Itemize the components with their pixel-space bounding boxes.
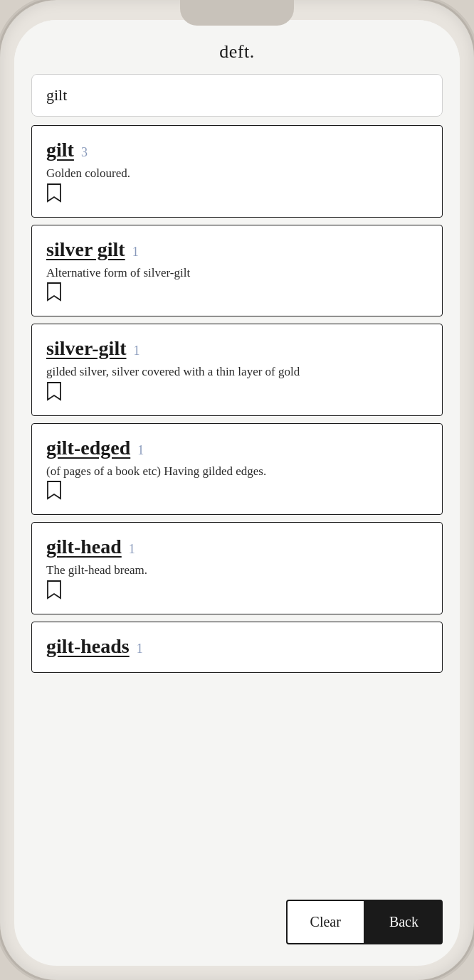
word-title: gilt-head <box>46 536 122 558</box>
word-count: 1 <box>129 542 135 557</box>
word-card[interactable]: gilt-edged 1 (of pages of a book etc) Ha… <box>31 423 443 516</box>
clear-button[interactable]: Clear <box>286 900 365 944</box>
word-definition: Golden coloured. <box>46 164 428 183</box>
back-button[interactable]: Back <box>365 900 443 944</box>
bookmark-icon[interactable] <box>46 282 62 302</box>
word-title: silver-gilt <box>46 337 126 360</box>
word-title: gilt <box>46 139 74 161</box>
app-header: deft. <box>14 20 460 74</box>
word-count: 1 <box>137 443 144 458</box>
results-container: gilt 3 Golden coloured. silver gilt 1 Al… <box>14 125 460 966</box>
word-header: gilt-edged 1 <box>46 437 428 459</box>
bookmark-icon[interactable] <box>46 580 62 600</box>
word-count: 1 <box>133 343 139 358</box>
word-card[interactable]: gilt-heads 1 <box>31 622 443 673</box>
bookmark-icon[interactable] <box>46 480 62 500</box>
search-input[interactable] <box>46 86 428 105</box>
word-header: gilt-head 1 <box>46 536 428 558</box>
word-count: 1 <box>132 245 139 260</box>
word-definition: Alternative form of silver-gilt <box>46 264 428 282</box>
word-count: 3 <box>81 145 88 160</box>
word-count: 1 <box>137 641 143 656</box>
word-title: silver gilt <box>46 238 125 261</box>
search-bar[interactable] <box>31 74 443 117</box>
word-definition: The gilt-head bream. <box>46 561 428 580</box>
word-card[interactable]: gilt-head 1 The gilt-head bream. <box>31 522 443 614</box>
word-definition: gilded silver, silver covered with a thi… <box>46 363 428 381</box>
word-card[interactable]: gilt 3 Golden coloured. <box>31 125 443 218</box>
action-bar: Clear Back <box>286 900 443 944</box>
word-definition: (of pages of a book etc) Having gilded e… <box>46 462 428 481</box>
bookmark-icon[interactable] <box>46 183 62 203</box>
word-card[interactable]: silver gilt 1 Alternative form of silver… <box>31 225 443 317</box>
bookmark-icon[interactable] <box>46 381 62 401</box>
word-header: gilt 3 <box>46 139 428 161</box>
word-header: gilt-heads 1 <box>46 635 428 658</box>
word-title: gilt-heads <box>46 635 130 658</box>
word-header: silver-gilt 1 <box>46 337 428 360</box>
word-card[interactable]: silver-gilt 1 gilded silver, silver cove… <box>31 324 443 416</box>
screen: deft. gilt 3 Golden coloured. <box>14 20 460 966</box>
word-header: silver gilt 1 <box>46 238 428 261</box>
word-title: gilt-edged <box>46 437 130 459</box>
phone-frame: deft. gilt 3 Golden coloured. <box>0 0 474 980</box>
notch <box>180 0 294 26</box>
app-title: deft. <box>219 41 254 62</box>
